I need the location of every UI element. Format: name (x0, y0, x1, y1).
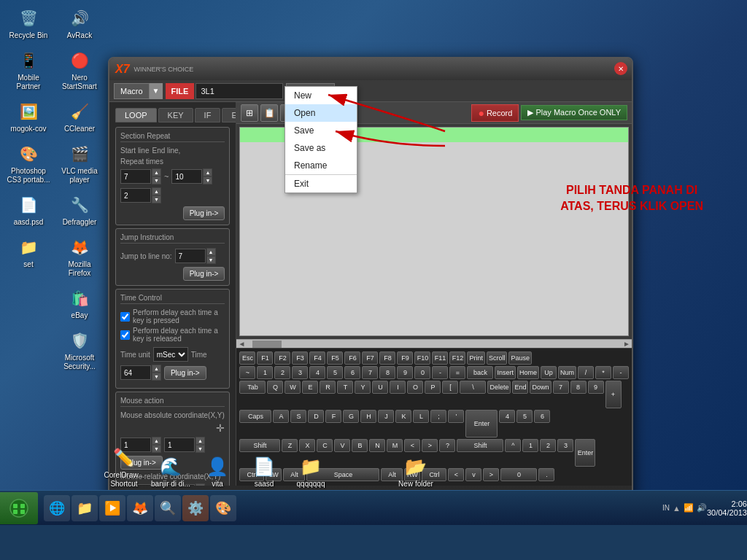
kb-delete[interactable]: Delete (487, 381, 511, 394)
menu-item-save[interactable]: Save (285, 122, 357, 139)
tab-key[interactable]: KEY (158, 108, 193, 122)
check2-checkbox[interactable] (120, 330, 130, 340)
kb-9[interactable]: 9 (397, 366, 413, 379)
menu-item-new[interactable]: New (285, 87, 357, 104)
taskbar-icon-paint[interactable]: 🎨 (210, 495, 236, 521)
kb-f2[interactable]: F2 (274, 351, 290, 365)
taskbar-icon-media[interactable]: ▶️ (99, 495, 125, 521)
taskbar-icon-folder[interactable]: 📁 (71, 495, 98, 521)
kb-print[interactable]: Print (467, 351, 485, 365)
kb-tab[interactable]: Tab (239, 381, 266, 394)
scroll-right-icon[interactable]: ► (622, 340, 632, 348)
kb-f10[interactable]: F10 (414, 351, 430, 365)
kb-tilde[interactable]: ~ (239, 366, 255, 379)
kb-t[interactable]: T (337, 381, 353, 394)
scrollbar-thumb[interactable] (252, 341, 282, 348)
bottom-icon-saasd[interactable]: 📄 saasd (242, 455, 286, 489)
time-spinner[interactable]: ▲▼ (152, 365, 161, 381)
kb-esc[interactable]: Esc (239, 351, 255, 365)
kb-up[interactable]: Up (541, 366, 557, 379)
desktop-icon-firefox[interactable]: 🦊 Mozilla Firefox (55, 233, 104, 281)
taskbar-icon-x7[interactable]: ⚙️ (182, 495, 209, 521)
kb-a[interactable]: A (273, 410, 289, 423)
bottom-icon-banjir[interactable]: 🌊 banjir di di... (149, 455, 193, 489)
kb-enter[interactable]: Enter (465, 410, 498, 438)
section-repeat-plug-button[interactable]: Plug in-> (183, 206, 225, 220)
kb-num5[interactable]: 5 (516, 410, 533, 423)
kb-7[interactable]: 7 (362, 366, 378, 379)
kb-minus[interactable]: - (432, 366, 448, 379)
kb-q[interactable]: Q (267, 381, 283, 394)
kb-f9[interactable]: F9 (397, 351, 413, 365)
horizontal-scrollbar[interactable]: ◄ ► (236, 339, 632, 348)
action-btn-2[interactable]: 📋 (260, 104, 278, 122)
kb-num-plus[interactable]: + (605, 381, 622, 408)
kb-arrow-up[interactable]: ^ (505, 439, 521, 452)
action-btn-1[interactable]: ⊞ (241, 104, 258, 122)
bottom-icon-vita[interactable]: 👤 vita (196, 455, 239, 489)
bottom-icon-coreldraw[interactable]: ✏️ CorelDraw... Shortcut (102, 446, 146, 489)
time-plug-button[interactable]: Plug in-> (164, 366, 206, 380)
taskbar-icon-ie[interactable]: 🌐 (44, 495, 70, 521)
desktop-icon-photoshop[interactable]: 🎨 Photoshop CS3 portab... (4, 139, 53, 187)
desktop-icon-nero[interactable]: 🔴 Nero StartSmart (55, 46, 104, 94)
taskbar-clock[interactable]: 2:06 30/04/2013 (707, 499, 747, 517)
start-line-spinner[interactable]: ▲▼ (152, 168, 161, 184)
time-unit-select[interactable]: mSec (153, 347, 188, 362)
jump-plug-button[interactable]: Plug in-> (183, 267, 225, 281)
kb-l[interactable]: L (413, 410, 429, 423)
kb-insert[interactable]: Insert (495, 366, 516, 379)
kb-num4[interactable]: 4 (499, 410, 515, 423)
menu-item-save-as[interactable]: Save as (285, 139, 357, 157)
kb-f7[interactable]: F7 (362, 351, 378, 365)
macro-dropdown-arrow[interactable]: ▼ (150, 83, 163, 99)
kb-j[interactable]: J (378, 410, 394, 423)
desktop-icon-recycle-bin[interactable]: 🗑️ Recycle Bin (4, 4, 53, 43)
kb-num0[interactable]: 0 (500, 468, 537, 481)
start-button[interactable] (0, 492, 38, 524)
kb-equals[interactable]: = (449, 366, 465, 379)
kb-lbracket[interactable]: [ (442, 381, 458, 394)
kb-u[interactable]: U (372, 381, 388, 394)
kb-num6[interactable]: 6 (534, 410, 550, 423)
kb-w[interactable]: W (285, 381, 301, 394)
taskbar-icon-firefox[interactable]: 🦊 (127, 495, 153, 521)
close-button[interactable]: ✕ (614, 62, 627, 75)
jump-input[interactable] (175, 249, 206, 263)
kb-f5[interactable]: F5 (327, 351, 343, 365)
jump-spinner[interactable]: ▲▼ (206, 248, 216, 264)
kb-d[interactable]: D (308, 410, 324, 423)
kb-f11[interactable]: F11 (432, 351, 448, 365)
end-line-spinner[interactable]: ▲▼ (203, 168, 212, 184)
desktop-icon-set[interactable]: 📁 set (4, 233, 53, 272)
kb-6[interactable]: 6 (344, 366, 360, 379)
desktop-icon-mobile-partner[interactable]: 📱 Mobile Partner (4, 46, 53, 94)
desktop-icon-ccleaner[interactable]: 🧹 CCleaner (55, 97, 104, 136)
kb-k[interactable]: K (395, 410, 411, 423)
kb-back[interactable]: back (467, 366, 493, 379)
tray-arrow-icon[interactable]: ▲ (673, 504, 681, 513)
kb-semicolon[interactable]: ; (430, 410, 446, 423)
kb-0[interactable]: 0 (414, 366, 430, 379)
kb-r[interactable]: R (320, 381, 336, 394)
kb-f[interactable]: F (325, 410, 341, 423)
record-button[interactable]: ● Record (471, 104, 519, 122)
kb-num9[interactable]: 9 (588, 381, 604, 394)
kb-i[interactable]: I (390, 381, 406, 394)
kb-5[interactable]: 5 (327, 366, 343, 379)
kb-num-slash[interactable]: / (578, 366, 594, 379)
kb-num2[interactable]: 2 (540, 439, 556, 452)
start-line-input[interactable] (120, 169, 151, 184)
kb-f4[interactable]: F4 (309, 351, 325, 365)
kb-f8[interactable]: F8 (379, 351, 395, 365)
play-button[interactable]: ▶ Play Macro Once ONLY (521, 105, 627, 120)
kb-num-enter[interactable]: Enter (575, 439, 595, 467)
kb-s[interactable]: S (290, 410, 306, 423)
kb-num-asterisk[interactable]: * (595, 366, 611, 379)
desktop-icon-defraggler[interactable]: 🔧 Defraggler (55, 190, 104, 230)
time-input[interactable] (120, 365, 151, 380)
tab-if[interactable]: IF (195, 108, 221, 122)
kb-p[interactable]: P (425, 381, 441, 394)
kb-o[interactable]: O (407, 381, 423, 394)
kb-h[interactable]: H (360, 410, 376, 423)
